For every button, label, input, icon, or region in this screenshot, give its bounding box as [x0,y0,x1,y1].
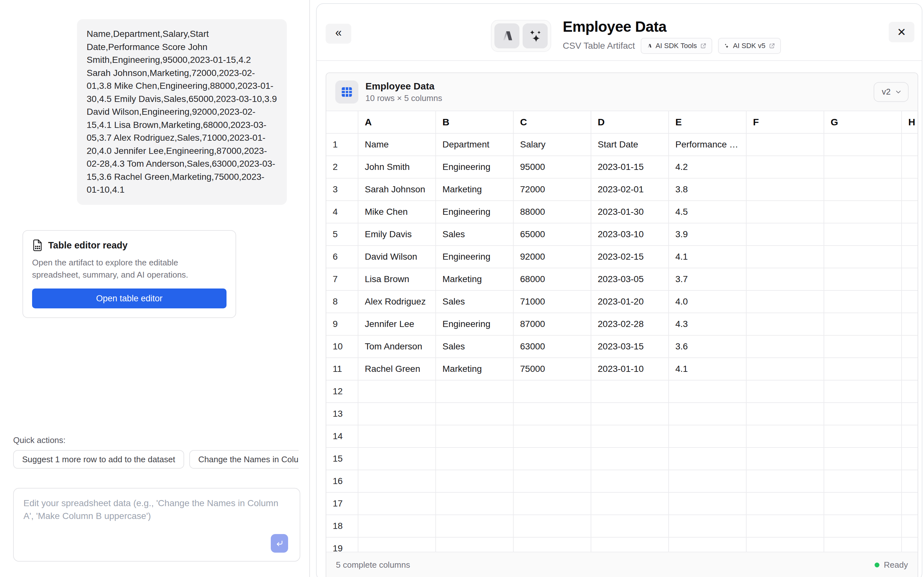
cell-A6[interactable]: David Wilson [359,246,436,268]
cell-H11[interactable] [902,358,918,380]
cell-G18[interactable] [824,515,902,538]
cell-B14[interactable] [436,425,514,448]
cell-A1[interactable]: Name [359,134,436,156]
cell-B3[interactable]: Marketing [436,179,514,201]
cell-C15[interactable] [514,448,591,470]
cell-C5[interactable]: 65000 [514,223,591,246]
cell-H1[interactable] [902,134,918,156]
cell-H9[interactable] [902,313,918,335]
composer-input[interactable] [14,488,300,561]
cell-F5[interactable] [746,223,824,246]
open-table-editor-button[interactable]: Open table editor [32,288,226,308]
cell-A13[interactable] [359,403,436,425]
cell-H18[interactable] [902,515,918,538]
cell-F16[interactable] [746,470,824,493]
cell-B11[interactable]: Marketing [436,358,514,380]
cell-H15[interactable] [902,448,918,470]
cell-B6[interactable]: Engineering [436,246,514,268]
cell-E18[interactable] [669,515,746,538]
cell-D4[interactable]: 2023-01-30 [591,201,669,223]
cell-G14[interactable] [824,425,902,448]
cell-A7[interactable]: Lisa Brown [359,268,436,291]
cell-G7[interactable] [824,268,902,291]
cell-C18[interactable] [514,515,591,538]
cell-A18[interactable] [359,515,436,538]
cell-E13[interactable] [669,403,746,425]
cell-B13[interactable] [436,403,514,425]
cell-E10[interactable]: 3.6 [669,335,746,358]
cell-F6[interactable] [746,246,824,268]
quick-action-chip-change-names[interactable]: Change the Names in Column A [189,450,299,469]
cell-E5[interactable]: 3.9 [669,223,746,246]
cell-D8[interactable]: 2023-01-20 [591,291,669,313]
column-header-A[interactable]: A [359,111,436,134]
cell-E11[interactable]: 4.1 [669,358,746,380]
cell-D14[interactable] [591,425,669,448]
cell-H7[interactable] [902,268,918,291]
cell-C17[interactable] [514,493,591,515]
cell-D15[interactable] [591,448,669,470]
cell-A4[interactable]: Mike Chen [359,201,436,223]
cell-H2[interactable] [902,156,918,179]
cell-C16[interactable] [514,470,591,493]
cell-B9[interactable]: Engineering [436,313,514,335]
cell-C19[interactable] [514,538,591,552]
cell-E15[interactable] [669,448,746,470]
cell-H17[interactable] [902,493,918,515]
column-header-C[interactable]: C [514,111,591,134]
cell-C8[interactable]: 71000 [514,291,591,313]
cell-H4[interactable] [902,201,918,223]
badge-ai-sdk-v5[interactable]: AI SDK v5 [718,38,780,54]
cell-A3[interactable]: Sarah Johnson [359,179,436,201]
cell-B15[interactable] [436,448,514,470]
cell-G8[interactable] [824,291,902,313]
cell-G4[interactable] [824,201,902,223]
cell-G13[interactable] [824,403,902,425]
cell-F9[interactable] [746,313,824,335]
close-artifact-button[interactable]: ✕ [889,22,914,42]
cell-C6[interactable]: 92000 [514,246,591,268]
cell-F8[interactable] [746,291,824,313]
cell-D12[interactable] [591,380,669,403]
cell-E14[interactable] [669,425,746,448]
cell-F3[interactable] [746,179,824,201]
column-header-H[interactable]: H [902,111,918,134]
column-header-G[interactable]: G [824,111,902,134]
column-header-E[interactable]: E [669,111,746,134]
cell-F2[interactable] [746,156,824,179]
cell-D13[interactable] [591,403,669,425]
cell-E9[interactable]: 4.3 [669,313,746,335]
cell-A9[interactable]: Jennifer Lee [359,313,436,335]
cell-C3[interactable]: 72000 [514,179,591,201]
cell-H12[interactable] [902,380,918,403]
cell-G3[interactable] [824,179,902,201]
cell-E3[interactable]: 3.8 [669,179,746,201]
cell-A5[interactable]: Emily Davis [359,223,436,246]
cell-G10[interactable] [824,335,902,358]
cell-B8[interactable]: Sales [436,291,514,313]
cell-F10[interactable] [746,335,824,358]
cell-E17[interactable] [669,493,746,515]
column-header-F[interactable]: F [746,111,824,134]
cell-D5[interactable]: 2023-03-10 [591,223,669,246]
cell-A14[interactable] [359,425,436,448]
cell-D16[interactable] [591,470,669,493]
cell-G11[interactable] [824,358,902,380]
cell-G6[interactable] [824,246,902,268]
cell-C10[interactable]: 63000 [514,335,591,358]
cell-B10[interactable]: Sales [436,335,514,358]
cell-F13[interactable] [746,403,824,425]
send-button[interactable] [271,534,288,553]
cell-B19[interactable] [436,538,514,552]
cell-A11[interactable]: Rachel Green [359,358,436,380]
cell-G1[interactable] [824,134,902,156]
cell-D10[interactable]: 2023-03-15 [591,335,669,358]
cell-B16[interactable] [436,470,514,493]
column-header-B[interactable]: B [436,111,514,134]
cell-H3[interactable] [902,179,918,201]
cell-E1[interactable]: Performance Score [669,134,746,156]
cell-A17[interactable] [359,493,436,515]
cell-E2[interactable]: 4.2 [669,156,746,179]
cell-B2[interactable]: Engineering [436,156,514,179]
cell-F19[interactable] [746,538,824,552]
